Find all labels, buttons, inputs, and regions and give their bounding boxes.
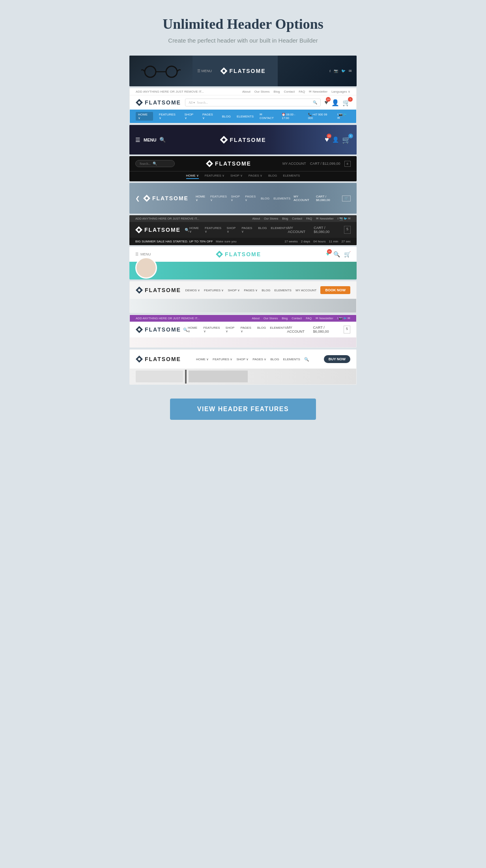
header9-cart-count: 5 (344, 326, 350, 333)
header8-logo: FLATSOME (136, 287, 181, 294)
nav-elements[interactable]: ELEMENTS (275, 289, 292, 292)
nav-shop[interactable]: SHOP ∨ (236, 358, 249, 361)
nav-demos[interactable]: DEMOS ∨ (185, 289, 200, 292)
header6-topbar-links: About Our Stores Blog Contact FAQ ✉ News… (252, 217, 351, 220)
nav-blog[interactable]: BLOG (258, 226, 267, 233)
nav-shop[interactable]: SHOP ∨ (230, 174, 243, 179)
header4-right: MY ACCOUNT CART / $12,099,00 8 (282, 161, 351, 167)
header10-logo-text: FLATSOME (145, 356, 181, 362)
header6-topbar-text: ADD ANYTHING HERE OR JUST REMOVE IT... (135, 217, 199, 220)
header9-topbar-text: ADD ANYTHING HERE OR JUST REMOVE IT... (136, 317, 200, 320)
nav-features[interactable]: FEATURES ∨ (205, 226, 222, 233)
nav-elements[interactable]: ELEMENTS (270, 326, 287, 333)
nav-blog[interactable]: BLOG (261, 197, 269, 200)
header9-search-icon: 🔍 (183, 328, 188, 332)
nav-shop[interactable]: SHOP ∨ (226, 326, 237, 333)
nav-features[interactable]: FEATURES ∨ (204, 326, 222, 333)
sale-subtext: Make sure you (216, 240, 236, 243)
header7-logo: FLATSOME (216, 251, 261, 258)
header-preview-5: ❮ FLATSOME HOME ∨ FEATURES ∨ SHOP ∨ PAGE… (129, 183, 357, 214)
nav-features[interactable]: FEATURES ∨ (204, 289, 224, 292)
header3-wishlist: ♥ 24 (325, 136, 329, 144)
nav-shop[interactable]: SHOP ∨ (227, 226, 238, 233)
header2-cart-icons: ♥ 24 👤 🛒 5 (325, 99, 351, 106)
nav-elements[interactable]: ELEMENTS (283, 174, 300, 179)
nav-hours: ⏰ 08:00 - 17:00 (282, 113, 303, 120)
nav-features[interactable]: FEATURES ∨ (210, 195, 227, 202)
nav-home[interactable]: HOME ∨ (196, 358, 209, 361)
header6-search-icon[interactable]: 🔍 (185, 228, 189, 232)
product-divider-1 (185, 370, 187, 384)
nav-blog[interactable]: BLOG (270, 358, 279, 361)
nav-elements[interactable]: ELEMENTS (283, 358, 300, 361)
header4-search[interactable]: Search... 🔍 (135, 160, 175, 167)
header10-search-icon[interactable]: 🔍 (304, 357, 309, 361)
nav-shop[interactable]: SHOP ∨ (228, 289, 240, 292)
book-now-button[interactable]: BOOK NOW (320, 286, 350, 294)
header5-account: MY ACCOUNT (293, 195, 312, 202)
nav-blog[interactable]: BLOG (257, 326, 266, 333)
header4-cart: CART / $12,099,00 (310, 162, 340, 166)
cart-badge: 5 (348, 97, 353, 102)
nav-features[interactable]: FEATURES ∨ (159, 113, 179, 120)
header2-search-placeholder: Search... (197, 101, 310, 104)
view-header-features-button[interactable]: VIEW HEADER FEATURES (170, 399, 316, 420)
header-preview-6: ADD ANYTHING HERE OR JUST REMOVE IT... A… (129, 215, 357, 245)
header9-account: MY ACCOUNT (287, 326, 309, 333)
nav-pages[interactable]: PAGES ∨ (241, 326, 253, 333)
nav-blog[interactable]: BLOG (222, 115, 231, 118)
buy-now-button[interactable]: BUY NOW (324, 355, 350, 363)
header10-hero (130, 369, 356, 384)
hamburger-icon[interactable]: ☰ (135, 137, 140, 143)
header5-prev-icon[interactable]: ❮ (135, 195, 140, 202)
header6-logo-text: FLATSOME (144, 227, 181, 233)
header5-cart-icon: 🛒 (342, 196, 351, 201)
nav-shop[interactable]: SHOP ∨ (231, 195, 241, 202)
header9-search[interactable]: 🔍 (183, 328, 188, 332)
header5-cart: CART / $6,080,00 (316, 195, 338, 202)
menu-label: MENU (140, 252, 151, 256)
header3-logo-text: FLATSOME (230, 137, 266, 143)
nav-home[interactable]: HOME ∨ (189, 226, 201, 233)
nav-features[interactable]: FEATURES ∨ (213, 358, 232, 361)
header1-logo: FLATSOME (221, 67, 266, 75)
nav-blog[interactable]: BLOG (268, 174, 277, 179)
nav-home[interactable]: HOME ∨ (188, 326, 200, 333)
header8-nav: DEMOS ∨ FEATURES ∨ SHOP ∨ PAGES ∨ BLOG E… (185, 289, 292, 292)
nav-home[interactable]: HOME ∨ (136, 112, 153, 121)
header5-right: MY ACCOUNT CART / $6,080,00 🛒 (293, 195, 351, 202)
page-subtitle: Create the perfect header with our built… (168, 37, 318, 44)
header7-cart-icon[interactable]: 🛒 (344, 251, 351, 258)
timer-min: 11 min (329, 240, 338, 243)
nav-home[interactable]: HOME ∨ (196, 195, 206, 202)
header3-search-icon[interactable]: 🔍 (159, 137, 166, 143)
header2-topbar: ADD ANYTHING HERE OR JUST REMOVE IT... A… (130, 88, 356, 95)
nav-pages[interactable]: PAGES ∨ (249, 174, 262, 179)
hamburger-icon: ☰ (135, 252, 138, 256)
header7-menu[interactable]: ☰ MENU (135, 252, 151, 256)
timer-hours: 04 hours (313, 240, 325, 243)
header4-nav: HOME ∨ FEATURES ∨ SHOP ∨ PAGES ∨ BLOG EL… (129, 171, 357, 181)
nav-pages[interactable]: PAGES ∨ (202, 113, 216, 120)
header4-top: Search... 🔍 FLATSOME MY ACCOUNT CART / $… (129, 156, 357, 171)
header2-account-icon: 👤 (331, 99, 339, 106)
header2-navbar: HOME ∨ FEATURES ∨ SHOP ∨ PAGES ∨ BLOG EL… (130, 110, 356, 123)
nav-features[interactable]: FEATURES ∨ (205, 174, 224, 179)
nav-pages[interactable]: PAGES ∨ (245, 195, 257, 202)
nav-elements[interactable]: ELEMENTS (271, 226, 288, 233)
header6-sale-text: BIG SUMMER SALE HAS STARTED. UP TO 70% O… (135, 240, 236, 243)
product-image-1 (136, 371, 183, 382)
header10-main: FLATSOME HOME ∨ FEATURES ∨ SHOP ∨ PAGES … (130, 350, 356, 369)
nav-elements[interactable]: ELEMENTS (237, 115, 254, 118)
nav-pages[interactable]: PAGES ∨ (252, 358, 266, 361)
nav-pages[interactable]: PAGES ∨ (244, 289, 258, 292)
header6-right: MY ACCOUNT CART / $6,080,00 5 (288, 226, 351, 234)
nav-pages[interactable]: PAGES ∨ (241, 226, 254, 233)
nav-shop[interactable]: SHOP ∨ (185, 113, 196, 120)
header2-search[interactable]: All ▾ Search... 🔍 (185, 99, 321, 106)
header8-logo-text: FLATSOME (145, 287, 181, 293)
nav-elements[interactable]: ELEMENTS (273, 197, 290, 200)
nav-blog[interactable]: BLOG (262, 289, 270, 292)
header7-search-icon[interactable]: 🔍 (333, 251, 340, 258)
nav-home[interactable]: HOME ∨ (186, 174, 199, 179)
